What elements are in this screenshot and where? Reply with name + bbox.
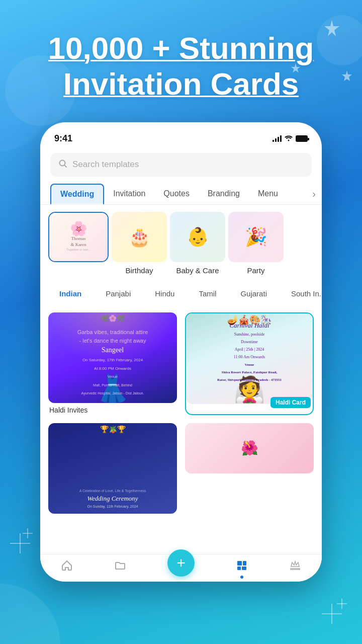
status-bar: 9:41 — [40, 131, 322, 148]
tabs-container: Wedding Invitation Quotes Branding Menu … — [40, 184, 322, 205]
tabs-more-arrow[interactable]: › — [312, 188, 316, 200]
category-birthday[interactable]: 🎂 Birthday — [112, 212, 167, 275]
tab-invitation[interactable]: Invitation — [104, 184, 154, 203]
tab-wedding[interactable]: Wedding — [50, 184, 104, 205]
wifi-icon — [285, 134, 293, 143]
home-icon — [61, 559, 73, 575]
category-baby-label: Baby & Care — [176, 266, 219, 275]
fourth-card-partial[interactable]: 🌺 — [185, 423, 314, 514]
status-time: 9:41 — [54, 133, 72, 144]
filter-south-indian[interactable]: South In... — [282, 286, 322, 301]
tab-quotes[interactable]: Quotes — [154, 184, 199, 203]
wedding-ceremony-image: 🏆🪴🏆 A Celebration of Love, Life & Togeth… — [48, 423, 177, 514]
svg-point-13 — [0, 584, 60, 644]
haldi-card-badge: Haldi Card — [270, 397, 311, 408]
grid-icon — [236, 559, 248, 575]
haldi-invites-label: Haldi Invites — [48, 403, 177, 415]
crown-icon — [289, 559, 301, 575]
category-thumb-wedding: 🌸 Thomas& Karen Together at last... — [48, 212, 109, 262]
filter-hindu[interactable]: Hindu — [146, 286, 184, 301]
filter-panjabi[interactable]: Panjabi — [97, 286, 140, 301]
search-placeholder: Search templates — [72, 159, 139, 170]
nav-crown[interactable] — [289, 559, 301, 575]
category-thumb-party: 🎉 — [228, 212, 284, 262]
folder-icon — [114, 559, 126, 575]
search-icon — [58, 159, 67, 171]
hero-section: 10,000 + Stunning Invitation Cards — [0, 0, 362, 117]
category-thumb-birthday: 🎂 — [112, 212, 167, 262]
category-icons-row: 🌸 Thomas& Karen Together at last... 🎂 Bi… — [40, 205, 322, 282]
haldi-invites-card[interactable]: 🌿🌸🌿 Garba vibes, traditional attire - le… — [48, 312, 177, 415]
filter-indian[interactable]: Indian — [50, 286, 90, 301]
phone-mockup: 9:41 — [0, 122, 362, 582]
filter-tamil[interactable]: Tamil — [190, 286, 225, 301]
tab-menu[interactable]: Menu — [249, 184, 287, 203]
wedding-ceremony-card[interactable]: 🏆🪴🏆 A Celebration of Love, Life & Togeth… — [48, 423, 177, 514]
category-selected[interactable]: 🌸 Thomas& Karen Together at last... — [48, 212, 109, 262]
svg-rect-17 — [237, 561, 242, 566]
category-birthday-label: Birthday — [125, 266, 153, 275]
haldi-invites-image: 🌿🌸🌿 Garba vibes, traditional attire - le… — [48, 312, 177, 403]
battery-icon — [296, 135, 308, 142]
nav-grid[interactable] — [236, 559, 248, 575]
hero-title: 10,000 + Stunning Invitation Cards — [20, 30, 342, 102]
svg-rect-18 — [243, 561, 246, 566]
category-party-label: Party — [247, 266, 264, 275]
carnival-haldi-card[interactable]: 🪔🎪🎨🎠 Carnival Haldi Sunshine, poolsideDo… — [185, 312, 314, 415]
nav-home[interactable] — [61, 559, 73, 575]
search-bar[interactable]: Search templates — [50, 153, 312, 177]
category-baby-care[interactable]: 👶 Baby & Care — [170, 212, 225, 275]
filter-row: Indian Panjabi Hindu Tamil Gujarati Sout… — [40, 282, 322, 308]
fourth-card-image: 🌺 — [185, 423, 314, 473]
svg-rect-20 — [242, 567, 246, 570]
search-container: Search templates — [40, 148, 322, 184]
tab-branding[interactable]: Branding — [199, 184, 249, 203]
hero-title-line1: 10,000 + Stunning — [48, 31, 314, 65]
filter-gujarati[interactable]: Gujarati — [231, 286, 276, 301]
signal-icon — [273, 135, 282, 142]
bottom-nav-container: + — [40, 554, 322, 582]
status-icons — [273, 134, 308, 143]
svg-rect-19 — [237, 567, 241, 570]
nav-active-dot — [240, 576, 243, 579]
nav-folder[interactable] — [114, 559, 126, 575]
svg-line-16 — [64, 165, 66, 167]
category-party[interactable]: 🎉 Party — [228, 212, 284, 275]
fab-button[interactable]: + — [167, 549, 195, 577]
cards-grid: 🌿🌸🌿 Garba vibes, traditional attire - le… — [40, 308, 322, 554]
category-thumb-baby: 👶 — [170, 212, 225, 262]
hero-title-line2: Invitation Cards — [63, 66, 299, 101]
phone-screen: 9:41 — [40, 122, 322, 582]
carnival-haldi-image: 🪔🎪🎨🎠 Carnival Haldi Sunshine, poolsideDo… — [186, 313, 313, 404]
